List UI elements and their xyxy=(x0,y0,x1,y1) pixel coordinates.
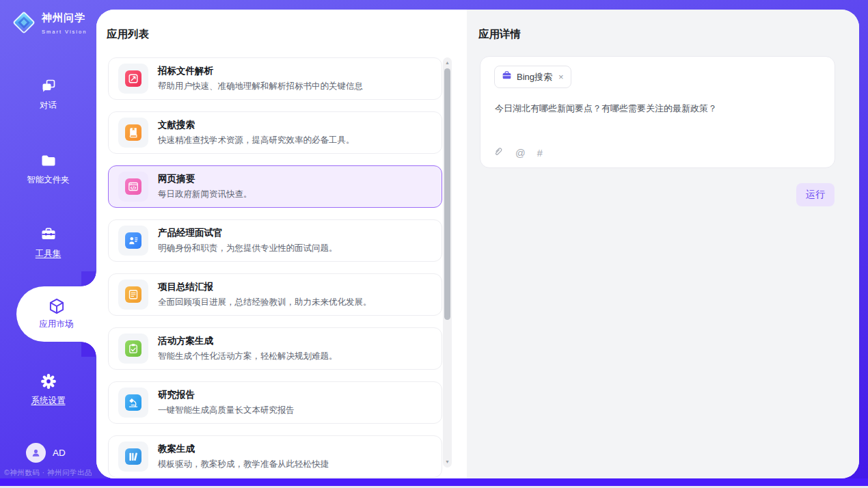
microscope-icon xyxy=(125,394,141,411)
brand-logo: 神州问学 Smart Vision xyxy=(11,10,96,38)
sidebar-item-label: 系统设置 xyxy=(0,395,96,407)
app-icon-container xyxy=(118,388,148,418)
app-title: 招标文件解析 xyxy=(158,65,363,77)
close-icon[interactable]: × xyxy=(558,72,564,82)
scrollbar[interactable]: ▲ ▼ xyxy=(443,57,452,467)
interviewer-icon xyxy=(125,232,141,249)
pill-curve-bottom xyxy=(81,342,96,357)
app-list-item[interactable]: 项目总结汇报全面回顾项目进展，总结经验教训，助力未来优化发展。 xyxy=(108,273,442,316)
app-list-item[interactable]: 活动方案生成智能生成个性化活动方案，轻松解决规划难题。 xyxy=(108,327,442,370)
app-list-item[interactable]: 研究报告一键智能生成高质量长文本研究报告 xyxy=(108,381,442,424)
note-icon xyxy=(125,286,141,303)
app-list-item[interactable]: 产品经理面试官明确身份和职责，为您提供专业性的面试问题。 xyxy=(108,219,442,262)
attachment-toolbar: @ # xyxy=(493,147,543,159)
query-card[interactable]: Bing搜索 × 今日湖北有哪些新闻要点？有哪些需要关注的最新政策？ @ # xyxy=(480,56,835,168)
sidebar-item-label: 工具集 xyxy=(0,248,96,260)
app-title: 产品经理面试官 xyxy=(158,227,338,239)
main-surface: 应用列表 招标文件解析帮助用户快速、准确地理解和解析招标书中的关键信息文献搜索快… xyxy=(96,10,859,478)
user-account[interactable]: AD xyxy=(26,443,66,463)
app-title: 教案生成 xyxy=(158,443,329,455)
clipboard-check-icon xyxy=(125,340,141,357)
tool-chip-bing-search[interactable]: Bing搜索 × xyxy=(494,66,571,88)
app-desc: 明确身份和职责，为您提供专业性的面试问题。 xyxy=(158,243,338,254)
app-icon-container xyxy=(118,172,148,202)
books-icon xyxy=(125,448,141,465)
app-icon-container xyxy=(118,280,148,310)
copyright-text: ©神州数码 · 神州问学出品 xyxy=(0,468,96,478)
scrollbar-thumb[interactable] xyxy=(444,68,450,320)
app-list-item[interactable]: 招标文件解析帮助用户快速、准确地理解和解析招标书中的关键信息 xyxy=(108,57,442,100)
app-icon-container xyxy=(118,334,148,364)
app-icon-container xyxy=(118,118,148,148)
pen-square-icon xyxy=(125,70,141,87)
sidebar-item-folders[interactable]: 智能文件夹 xyxy=(0,151,96,186)
sidebar-item-label: 智能文件夹 xyxy=(0,174,96,186)
query-text[interactable]: 今日湖北有哪些新闻要点？有哪些需要关注的最新政策？ xyxy=(495,102,821,115)
toolbox-icon xyxy=(0,225,96,244)
scroll-up-icon[interactable]: ▲ xyxy=(443,59,452,67)
app-desc: 智能生成个性化活动方案，轻松解决规划难题。 xyxy=(158,351,338,362)
app-list-item[interactable]: 文献搜索快速精准查找学术资源，提高研究效率的必备工具。 xyxy=(108,111,442,154)
app-desc: 模板驱动，教案秒成，教学准备从此轻松快捷 xyxy=(158,459,329,470)
sidebar-item-settings[interactable]: 系统设置 xyxy=(0,372,96,407)
app-desc: 帮助用户快速、准确地理解和解析招标书中的关键信息 xyxy=(158,81,363,92)
app-icon-container xyxy=(118,442,148,472)
app-list: 招标文件解析帮助用户快速、准确地理解和解析招标书中的关键信息文献搜索快速精准查找… xyxy=(108,57,442,478)
cube-icon xyxy=(16,296,96,316)
app-desc: 快速精准查找学术资源，提高研究效率的必备工具。 xyxy=(158,135,355,146)
avatar xyxy=(26,443,46,463)
app-list-title: 应用列表 xyxy=(107,27,149,42)
app-list-panel: 应用列表 招标文件解析帮助用户快速、准确地理解和解析招标书中的关键信息文献搜索快… xyxy=(96,10,467,478)
chat-icon xyxy=(0,77,96,96)
sidebar-item-chat[interactable]: 对话 xyxy=(0,77,96,111)
user-name: AD xyxy=(53,448,66,458)
sidebar: 神州问学 Smart Vision 对话智能文件夹工具集应用市场系统设置 AD … xyxy=(0,0,96,478)
app-title: 网页摘要 xyxy=(158,173,252,185)
sidebar-item-label: 应用市场 xyxy=(16,318,96,330)
book-icon xyxy=(125,124,141,141)
app-detail-title: 应用详情 xyxy=(478,27,521,42)
run-button[interactable]: 运行 xyxy=(796,183,835,206)
app-title: 研究报告 xyxy=(158,389,295,401)
folder-icon xyxy=(0,151,96,170)
hash-icon[interactable]: # xyxy=(537,148,543,159)
briefcase-icon xyxy=(502,70,512,83)
app-list-item[interactable]: 教案生成模板驱动，教案秒成，教学准备从此轻松快捷 xyxy=(108,435,442,478)
app-icon-container xyxy=(118,64,148,94)
paperclip-icon[interactable] xyxy=(493,147,504,159)
app-detail-panel: 应用详情 Bing搜索 × 今日湖北有哪些新闻要点？有哪些需要关注的最新政策？ xyxy=(467,10,859,478)
sidebar-item-label: 对话 xyxy=(0,100,96,111)
app-desc: 全面回顾项目进展，总结经验教训，助力未来优化发展。 xyxy=(158,297,372,308)
diamond-logo-icon xyxy=(11,10,37,38)
pill-curve-top xyxy=(81,271,96,286)
app-desc: 每日政府新闻资讯快查。 xyxy=(158,189,252,200)
brand-name: 神州问学 xyxy=(42,12,85,23)
at-icon[interactable]: @ xyxy=(515,148,526,159)
scroll-down-icon[interactable]: ▼ xyxy=(443,458,452,466)
app-title: 文献搜索 xyxy=(158,119,355,131)
app-title: 项目总结汇报 xyxy=(158,281,372,293)
tool-chip-label: Bing搜索 xyxy=(517,71,552,83)
sidebar-item-app-market[interactable]: 应用市场 xyxy=(16,286,96,342)
sidebar-item-toolset[interactable]: 工具集 xyxy=(0,225,96,260)
app-icon-container xyxy=(118,226,148,256)
browser-code-icon xyxy=(125,178,141,195)
app-title: 活动方案生成 xyxy=(158,335,338,347)
bottom-strip xyxy=(0,478,868,486)
app-list-item[interactable]: 网页摘要每日政府新闻资讯快查。 xyxy=(108,165,442,208)
gear-icon xyxy=(0,372,96,391)
brand-subtitle: Smart Vision xyxy=(42,29,87,35)
app-desc: 一键智能生成高质量长文本研究报告 xyxy=(158,405,295,416)
